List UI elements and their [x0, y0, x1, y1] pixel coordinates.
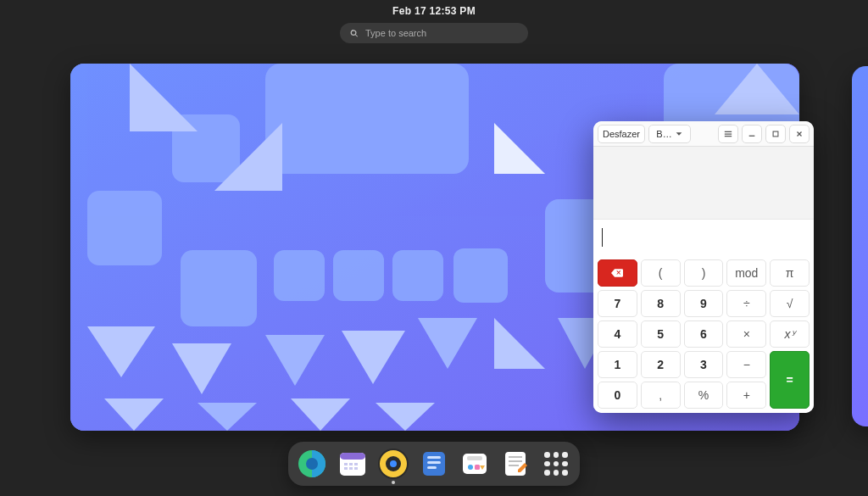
svg-rect-12: [773, 131, 778, 137]
key-lparen[interactable]: (: [641, 259, 681, 287]
dash-app-web[interactable]: [297, 449, 327, 479]
svg-rect-16: [340, 453, 365, 460]
svg-rect-6: [333, 250, 384, 301]
svg-rect-31: [467, 456, 482, 460]
svg-rect-33: [475, 465, 480, 470]
hamburger-icon: [724, 130, 732, 138]
maximize-button[interactable]: [765, 125, 786, 143]
calculator-input[interactable]: [593, 220, 814, 255]
text-cursor: [602, 228, 603, 247]
key-subtract[interactable]: −: [726, 351, 766, 378]
svg-rect-4: [181, 250, 257, 326]
calendar-icon: [337, 449, 368, 479]
svg-rect-34: [505, 452, 526, 476]
key-2[interactable]: 2: [641, 351, 681, 378]
svg-point-14: [306, 458, 318, 470]
maximize-icon: [771, 130, 780, 138]
svg-rect-5: [274, 250, 325, 301]
key-3[interactable]: 3: [684, 351, 724, 378]
workspace-thumbnail-next[interactable]: [852, 66, 868, 426]
minimize-button[interactable]: [742, 125, 762, 143]
key-4[interactable]: 4: [598, 320, 637, 348]
svg-rect-28: [427, 461, 441, 464]
key-divide[interactable]: ÷: [726, 290, 766, 317]
text-editor-icon: [500, 449, 531, 479]
key-0[interactable]: 0: [598, 382, 637, 409]
key-multiply[interactable]: ×: [726, 320, 766, 348]
activities-search[interactable]: [340, 23, 528, 43]
key-pi[interactable]: π: [770, 259, 810, 287]
key-power[interactable]: xʸ: [770, 320, 810, 348]
key-mod[interactable]: mod: [726, 259, 766, 287]
close-button[interactable]: [789, 125, 810, 143]
calculator-window[interactable]: Desfazer B… ( ) mod π 7 8 9 ÷: [593, 121, 814, 413]
search-icon: [350, 29, 359, 38]
undo-button[interactable]: Desfazer: [598, 125, 645, 143]
key-equals[interactable]: =: [770, 351, 810, 409]
key-percent[interactable]: %: [684, 382, 724, 409]
calculator-headerbar: Desfazer B…: [593, 121, 814, 147]
show-apps-button[interactable]: [541, 449, 571, 479]
mode-label: B…: [656, 129, 671, 139]
svg-rect-18: [349, 463, 353, 465]
key-1[interactable]: 1: [598, 351, 637, 378]
dash-app-music[interactable]: [378, 449, 409, 479]
software-icon: [459, 449, 490, 479]
svg-rect-20: [344, 467, 348, 470]
key-clear[interactable]: [598, 259, 637, 287]
svg-point-25: [390, 460, 397, 467]
svg-rect-11: [749, 135, 755, 136]
hamburger-menu-button[interactable]: [718, 125, 738, 143]
dash-app-calendar[interactable]: [337, 449, 368, 479]
svg-rect-2: [265, 64, 469, 174]
key-8[interactable]: 8: [641, 290, 681, 317]
dash-app-files[interactable]: [419, 449, 449, 479]
key-6[interactable]: 6: [684, 320, 724, 348]
search-input[interactable]: [365, 28, 518, 38]
close-icon: [795, 130, 804, 138]
key-rparen[interactable]: ): [684, 259, 724, 287]
svg-rect-27: [427, 456, 441, 459]
topbar-clock[interactable]: Feb 17 12:53 PM: [392, 5, 476, 17]
svg-rect-19: [354, 463, 358, 465]
dash-app-text-editor[interactable]: [500, 449, 531, 479]
dash-app-software[interactable]: [459, 449, 490, 479]
music-icon: [378, 449, 409, 479]
svg-rect-1: [87, 191, 162, 265]
dash: [288, 442, 580, 486]
key-5[interactable]: 5: [641, 320, 681, 348]
web-browser-icon: [297, 449, 327, 479]
svg-rect-22: [354, 467, 358, 470]
key-7[interactable]: 7: [598, 290, 637, 317]
calculator-keypad: ( ) mod π 7 8 9 ÷ √ 4 5 6 × xʸ 1 2 3 − =…: [593, 255, 814, 413]
running-indicator: [392, 481, 395, 484]
chevron-down-icon: [675, 130, 683, 138]
svg-point-32: [468, 465, 473, 470]
key-add[interactable]: +: [726, 382, 766, 409]
backspace-icon: [611, 267, 623, 279]
calculator-history: [593, 147, 814, 220]
minimize-icon: [748, 130, 756, 138]
key-sqrt[interactable]: √: [770, 290, 810, 317]
svg-rect-29: [427, 466, 437, 469]
svg-rect-21: [349, 467, 353, 470]
svg-rect-17: [344, 463, 348, 465]
key-decimal[interactable]: ,: [641, 382, 681, 409]
key-9[interactable]: 9: [684, 290, 724, 317]
svg-rect-8: [453, 248, 508, 303]
files-icon: [419, 449, 449, 479]
mode-dropdown[interactable]: B…: [648, 125, 691, 143]
svg-rect-7: [392, 250, 443, 301]
